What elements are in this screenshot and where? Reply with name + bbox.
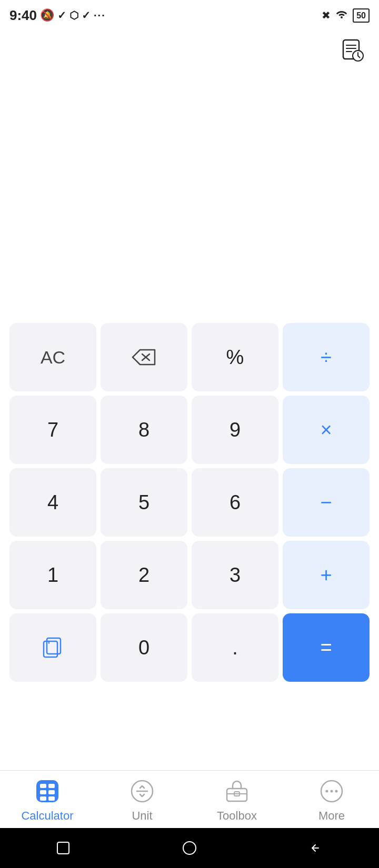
nav-more[interactable]: More [284,776,379,823]
six-button[interactable]: 6 [192,468,278,537]
svg-rect-12 [40,790,46,794]
nav-calculator-label: Calculator [21,809,73,823]
status-right-icons: ✖ 50 [322,8,370,23]
display-area [0,28,379,323]
seven-button[interactable]: 7 [9,396,96,464]
plus-button[interactable]: + [283,541,370,609]
bottom-navigation: Calculator Unit Toolbox [0,770,379,828]
svg-rect-24 [57,842,69,854]
nine-button[interactable]: 9 [192,396,278,464]
minus-button[interactable]: − [283,468,370,537]
shape-icon: ⬡ [69,9,78,22]
svg-rect-8 [47,638,61,654]
nav-calculator[interactable]: Calculator [0,776,95,823]
battery-icon: 50 [353,8,370,23]
android-square-btn[interactable] [55,840,71,856]
mute-icon: 🔕 [40,8,54,22]
svg-point-21 [326,790,328,792]
svg-rect-13 [48,790,55,794]
svg-rect-10 [40,784,46,788]
time-display: 9:40 [9,7,37,24]
status-time: 9:40 🔕 ✓ ⬡ ✓ ··· [9,7,106,24]
divide-button[interactable]: ÷ [283,323,370,391]
toolbox-icon [222,776,252,806]
three-button[interactable]: 3 [192,541,278,609]
svg-rect-9 [36,780,58,802]
check-icon2: ✓ [82,9,91,22]
nav-toolbox-label: Toolbox [217,809,257,823]
nav-more-label: More [318,809,345,823]
status-bar: 9:40 🔕 ✓ ⬡ ✓ ··· ✖ 50 [0,0,379,28]
wifi-icon [335,8,348,22]
backspace-button[interactable] [101,323,187,391]
paste-button[interactable] [9,613,96,682]
android-nav-bar [0,828,379,868]
equals-button[interactable]: = [283,613,370,682]
four-button[interactable]: 4 [9,468,96,537]
svg-point-22 [331,790,333,792]
two-button[interactable]: 2 [101,541,187,609]
svg-rect-15 [48,796,55,801]
dot-button[interactable]: . [192,613,278,682]
svg-rect-14 [40,796,46,801]
calculator-icon [33,776,62,806]
eight-button[interactable]: 8 [101,396,187,464]
android-back-btn[interactable] [308,840,324,856]
more-dots-icon [317,776,346,806]
ac-button[interactable]: AC [9,323,96,391]
svg-point-25 [183,842,196,854]
multiply-button[interactable]: × [283,396,370,464]
svg-rect-11 [48,784,55,788]
nav-unit[interactable]: Unit [95,776,190,823]
svg-point-23 [335,790,338,792]
nav-toolbox[interactable]: Toolbox [190,776,284,823]
one-button[interactable]: 1 [9,541,96,609]
history-button[interactable] [339,37,367,67]
five-button[interactable]: 5 [101,468,187,537]
android-home-btn[interactable] [182,840,197,856]
sim-icon: ✖ [322,9,331,22]
svg-rect-7 [44,641,57,657]
check-icon1: ✓ [57,9,66,22]
unit-icon [127,776,157,806]
percent-button[interactable]: % [192,323,278,391]
nav-unit-label: Unit [132,809,152,823]
svg-rect-17 [227,789,247,801]
more-icon: ··· [94,9,106,22]
zero-button[interactable]: 0 [101,613,187,682]
calculator-grid: AC % ÷ 7 8 9 × 4 5 6 − 1 2 3 + 0 . = [0,323,379,682]
